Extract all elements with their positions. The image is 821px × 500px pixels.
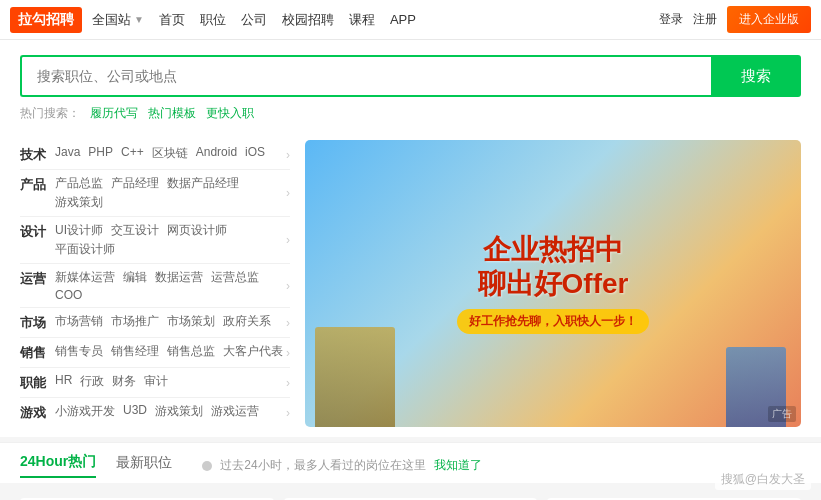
cat-item-blockchain[interactable]: 区块链 [152, 145, 188, 162]
login-link[interactable]: 登录 [659, 11, 683, 28]
hot-search: 热门搜索： 履历代写 热门模板 更快入职 [20, 105, 801, 122]
category-arrow-tech[interactable]: › [286, 148, 290, 162]
cat-item-ops-director[interactable]: 运营总监 [211, 269, 259, 286]
cat-item-graphic[interactable]: 平面设计师 [55, 241, 115, 258]
cat-item-java[interactable]: Java [55, 145, 80, 162]
cat-item-sales-manager[interactable]: 销售经理 [111, 343, 159, 360]
cat-item-ios[interactable]: iOS [245, 145, 265, 162]
cat-item-admin[interactable]: 行政 [80, 373, 104, 390]
cat-item-market-plan[interactable]: 市场策划 [167, 313, 215, 330]
cat-item-php[interactable]: PHP [88, 145, 113, 162]
cat-item-marketing[interactable]: 市场营销 [55, 313, 103, 330]
cat-item-hr[interactable]: HR [55, 373, 72, 390]
category-row-sales: 销售 销售专员 销售经理 销售总监 大客户代表 › [20, 338, 290, 368]
category-arrow-game[interactable]: › [286, 406, 290, 420]
enterprise-button[interactable]: 进入企业版 [727, 6, 811, 33]
nav-courses[interactable]: 课程 [349, 11, 375, 29]
category-items-market: 市场营销 市场推广 市场策划 政府关系 [55, 313, 286, 330]
category-row-ops: 运营 新媒体运营 编辑 数据运营 运营总监 COO › [20, 264, 290, 308]
nav-app[interactable]: APP [390, 12, 416, 27]
category-arrow-market[interactable]: › [286, 316, 290, 330]
nav-jobs[interactable]: 职位 [200, 11, 226, 29]
cat-item-market-promo[interactable]: 市场推广 [111, 313, 159, 330]
notice-text: 过去24小时，最多人看过的岗位在这里 [220, 457, 425, 474]
category-arrow-product[interactable]: › [286, 186, 290, 200]
category-items-tech: Java PHP C++ 区块链 Android iOS [55, 145, 286, 162]
category-row-tech: 技术 Java PHP C++ 区块链 Android iOS › [20, 140, 290, 170]
cat-item-finance[interactable]: 财务 [112, 373, 136, 390]
cat-item-coo[interactable]: COO [55, 288, 82, 302]
banner-building-left [315, 327, 395, 427]
search-button[interactable]: 搜索 [711, 55, 801, 97]
job-categories: 技术 Java PHP C++ 区块链 Android iOS › 产品 产品总… [20, 140, 290, 427]
region-selector[interactable]: 全国站 ▼ [92, 11, 144, 29]
tab-notice: 过去24小时，最多人看过的岗位在这里 我知道了 [202, 457, 481, 474]
nav-companies[interactable]: 公司 [241, 11, 267, 29]
category-label-sales: 销售 [20, 343, 55, 362]
cat-item-data-product[interactable]: 数据产品经理 [167, 175, 239, 192]
banner-title-line2: 聊出好Offer [457, 267, 649, 301]
search-box: 搜索 [20, 55, 801, 97]
category-items-game: 小游戏开发 U3D 游戏策划 游戏运营 [55, 403, 286, 420]
header-auth: 登录 注册 进入企业版 [659, 6, 811, 33]
category-arrow-sales[interactable]: › [286, 346, 290, 360]
cat-item-editor[interactable]: 编辑 [123, 269, 147, 286]
banner-ad-mark: 广告 [768, 406, 796, 422]
search-input[interactable] [20, 55, 711, 97]
cat-item-cpp[interactable]: C++ [121, 145, 144, 162]
cat-item-key-account[interactable]: 大客户代表 [223, 343, 283, 360]
watermark: 搜狐@白发大圣 [715, 469, 811, 490]
hot-search-item-1[interactable]: 履历代写 [90, 105, 138, 122]
cat-item-ux[interactable]: 交互设计 [111, 222, 159, 239]
category-row-product: 产品 产品总监 产品经理 数据产品经理 游戏策划 › [20, 170, 290, 217]
nav-campus[interactable]: 校园招聘 [282, 11, 334, 29]
main-content: 技术 Java PHP C++ 区块链 Android iOS › 产品 产品总… [0, 130, 821, 437]
cat-item-data-ops[interactable]: 数据运营 [155, 269, 203, 286]
main-nav: 首页 职位 公司 校园招聘 课程 APP [159, 11, 659, 29]
hot-search-item-3[interactable]: 更快入职 [206, 105, 254, 122]
hot-search-label: 热门搜索： [20, 105, 80, 122]
banner[interactable]: 企业热招中 聊出好Offer 好工作抢先聊，入职快人一步！ 广告 [305, 140, 801, 427]
cat-item-game-plan[interactable]: 游戏策划 [155, 403, 203, 420]
cat-item-sales-staff[interactable]: 销售专员 [55, 343, 103, 360]
cat-item-gov-rel[interactable]: 政府关系 [223, 313, 271, 330]
category-items-sales: 销售专员 销售经理 销售总监 大客户代表 [55, 343, 286, 360]
cat-item-web-design[interactable]: 网页设计师 [167, 222, 227, 239]
tab-24hour[interactable]: 24Hour热门 [20, 453, 96, 478]
notice-dismiss-link[interactable]: 我知道了 [434, 457, 482, 474]
cat-item-product-manager[interactable]: 产品经理 [111, 175, 159, 192]
tabs-section: 24Hour热门 最新职位 过去24小时，最多人看过的岗位在这里 我知道了 [0, 442, 821, 483]
banner-tag: 好工作抢先聊，入职快人一步！ [457, 309, 649, 334]
category-items-product: 产品总监 产品经理 数据产品经理 游戏策划 [55, 175, 286, 211]
category-label-tech: 技术 [20, 145, 55, 164]
category-items-ops: 新媒体运营 编辑 数据运营 运营总监 COO [55, 269, 286, 302]
cat-item-game-design[interactable]: 游戏策划 [55, 194, 103, 211]
notice-dot-icon [202, 461, 212, 471]
category-row-function: 职能 HR 行政 财务 审计 › [20, 368, 290, 398]
category-arrow-function[interactable]: › [286, 376, 290, 390]
search-area: 搜索 热门搜索： 履历代写 热门模板 更快入职 [0, 40, 821, 130]
category-arrow-design[interactable]: › [286, 233, 290, 247]
hot-search-item-2[interactable]: 热门模板 [148, 105, 196, 122]
cat-item-audit[interactable]: 审计 [144, 373, 168, 390]
nav-home[interactable]: 首页 [159, 11, 185, 29]
category-label-game: 游戏 [20, 403, 55, 422]
banner-title-line1: 企业热招中 [457, 233, 649, 267]
category-items-function: HR 行政 财务 审计 [55, 373, 286, 390]
cat-item-product-director[interactable]: 产品总监 [55, 175, 103, 192]
cat-item-android[interactable]: Android [196, 145, 237, 162]
category-arrow-ops[interactable]: › [286, 279, 290, 293]
tab-latest[interactable]: 最新职位 [116, 454, 172, 477]
cat-item-social-ops[interactable]: 新媒体运营 [55, 269, 115, 286]
cat-item-ui[interactable]: UI设计师 [55, 222, 103, 239]
cat-item-sales-director[interactable]: 销售总监 [167, 343, 215, 360]
logo[interactable]: 拉勾招聘 [10, 7, 82, 33]
category-label-market: 市场 [20, 313, 55, 332]
cat-item-game-ops[interactable]: 游戏运营 [211, 403, 259, 420]
cat-item-u3d[interactable]: U3D [123, 403, 147, 420]
header: 拉勾招聘 全国站 ▼ 首页 职位 公司 校园招聘 课程 APP 登录 注册 进入… [0, 0, 821, 40]
register-link[interactable]: 注册 [693, 11, 717, 28]
category-label-product: 产品 [20, 175, 55, 194]
cat-item-mini-game[interactable]: 小游戏开发 [55, 403, 115, 420]
category-row-market: 市场 市场营销 市场推广 市场策划 政府关系 › [20, 308, 290, 338]
